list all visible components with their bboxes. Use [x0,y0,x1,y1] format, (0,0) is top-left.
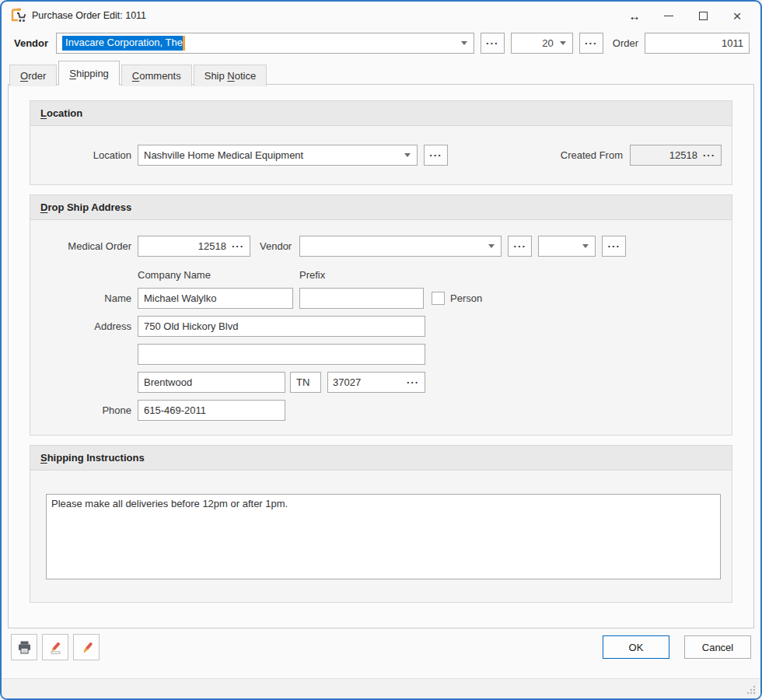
drop-ship-group-body: Medical Order ··· Vendor ··· [30,220,732,435]
vendor-combo[interactable]: Invacare Corporation, The [56,33,474,54]
zip-input[interactable] [328,373,404,392]
phone-input[interactable] [138,400,285,421]
created-from-field: ··· [630,145,722,166]
dropdown-arrow-icon[interactable] [461,41,467,45]
purchase-order-icon [9,7,26,24]
shipping-instructions-textarea[interactable] [46,494,721,579]
tab-order[interactable]: Order [9,65,57,86]
tab-ship-notice[interactable]: Ship Notice [194,65,267,86]
city-input[interactable] [138,372,285,393]
location-combo-value: Nashville Home Medical Equipment [141,149,404,161]
dialog-buttons: OK Cancel [603,635,751,659]
vendor-code-value: 20 [514,37,560,49]
medical-order-field: ··· [138,236,250,257]
pencil-note-icon [48,640,63,655]
name-input[interactable] [138,288,293,309]
shipping-instructions-title: Shipping Instructions [30,446,732,471]
name-row: Name Person [30,288,722,309]
footer-bar: OK Cancel [2,628,760,665]
address-line2-row [30,344,722,365]
address-label: Address [30,320,131,332]
medical-order-label: Medical Order [30,240,131,252]
tab-shipping[interactable]: Shipping [58,61,120,86]
city-state-zip-row: ··· [30,372,722,393]
order-label: Order [613,37,638,49]
ds-vendor-code-combo[interactable] [538,236,596,257]
minimize-button[interactable] [652,4,686,27]
created-from-wrap: Created From ··· [561,145,722,166]
print-button[interactable] [11,634,37,660]
name-label: Name [30,292,131,304]
vendor-combo-value: Invacare Corporation, The [59,36,461,51]
shipping-tab-panel: Location Location Nashville Home Medical… [8,84,754,628]
medical-order-lookup-button[interactable]: ··· [229,240,250,252]
printer-icon [17,640,32,655]
maximize-button[interactable] [686,4,720,27]
phone-label: Phone [30,404,131,416]
tab-comments[interactable]: Comments [121,65,192,86]
zip-field: ··· [327,372,425,393]
dropdown-arrow-icon[interactable] [404,153,411,157]
text-caret [183,36,185,51]
dropdown-arrow-icon[interactable] [560,41,566,45]
purchase-order-edit-window: Purchase Order Edit: 1011 ↔ × Vendor Inv… [0,0,762,700]
pan-resize-button[interactable]: ↔ [617,4,652,27]
vendor-code-lookup-button[interactable]: ··· [579,33,603,54]
prefix-input[interactable] [299,288,424,309]
vendor-lookup-button[interactable]: ··· [481,33,505,54]
shipping-instructions-group: Shipping Instructions [30,445,732,603]
window-controls: ↔ × [617,4,754,27]
state-input[interactable] [290,372,321,393]
marker-icon [79,640,94,655]
vendor-code-combo[interactable]: 20 [511,33,573,54]
shipping-instructions-body [30,471,732,602]
person-checkbox[interactable] [432,292,445,305]
medical-order-row: Medical Order ··· Vendor ··· [30,236,722,257]
edit-note-button[interactable] [42,634,68,660]
prefix-label: Prefix [299,269,325,281]
location-group-title: Location [30,101,732,126]
location-combo[interactable]: Nashville Home Medical Equipment [138,145,418,166]
medical-order-input[interactable] [138,236,229,256]
status-bar [2,678,760,698]
created-from-lookup-button[interactable]: ··· [700,149,721,161]
company-name-label: Company Name [138,269,299,281]
address-line2-input[interactable] [138,344,425,365]
phone-row: Phone [30,400,722,421]
window-title: Purchase Order Edit: 1011 [32,10,146,21]
cancel-button[interactable]: Cancel [684,635,751,659]
order-number-input[interactable] [645,33,750,54]
person-checkbox-label: Person [450,292,482,304]
ds-vendor-label: Vendor [260,240,292,252]
resize-grip-icon[interactable] [746,684,757,695]
maximize-icon [699,12,708,20]
highlight-button[interactable] [73,634,100,660]
location-label: Location [30,149,131,161]
name-column-labels-row: Company Name Prefix [30,269,722,281]
ds-vendor-lookup-button[interactable]: ··· [508,236,532,257]
title-bar: Purchase Order Edit: 1011 ↔ × [2,2,760,30]
dropdown-arrow-icon[interactable] [488,244,495,248]
drop-ship-address-group: Drop Ship Address Medical Order ··· Vend… [30,194,732,436]
ds-vendor-code-lookup-button[interactable]: ··· [602,236,626,257]
created-from-input[interactable] [631,145,700,165]
ds-vendor-combo[interactable] [299,236,502,257]
vendor-header-row: Vendor Invacare Corporation, The ··· 20 … [2,30,760,60]
tab-strip: Order Shipping Comments Ship Notice [2,60,760,85]
created-from-label: Created From [561,149,623,161]
close-button[interactable]: × [720,4,754,27]
close-icon: × [732,9,741,23]
location-lookup-button[interactable]: ··· [424,145,448,166]
zip-lookup-button[interactable]: ··· [404,376,425,388]
address-line1-row: Address [30,316,722,337]
horizontal-arrows-icon: ↔ [629,9,641,23]
address-line1-input[interactable] [138,316,425,337]
ok-button[interactable]: OK [603,635,669,659]
minimize-icon [664,16,673,16]
location-group: Location Location Nashville Home Medical… [30,100,732,185]
dropdown-arrow-icon[interactable] [582,244,589,248]
vendor-label: Vendor [14,37,48,49]
location-group-body: Location Nashville Home Medical Equipmen… [30,126,732,184]
drop-ship-group-title: Drop Ship Address [30,195,732,220]
